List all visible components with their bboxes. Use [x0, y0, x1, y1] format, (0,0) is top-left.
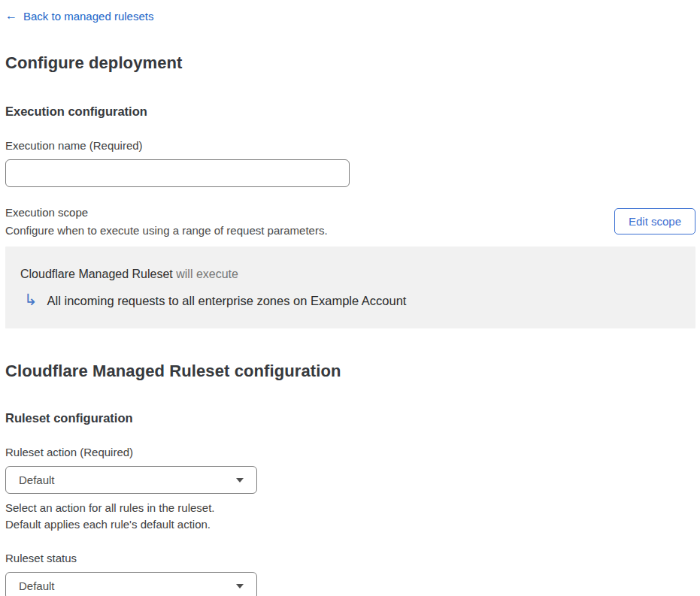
chevron-down-icon	[236, 584, 244, 588]
back-to-managed-rulesets-link[interactable]: ← Back to managed rulesets	[5, 10, 153, 23]
page-title: Configure deployment	[5, 53, 695, 73]
execution-name-label: Execution name (Required)	[5, 139, 695, 152]
execution-scope-description: Configure when to execute using a range …	[5, 224, 328, 237]
execution-scope-text-block: Execution scope Configure when to execut…	[5, 206, 328, 237]
summary-suffix: will execute	[173, 268, 238, 280]
execution-summary-line: Cloudflare Managed Ruleset will execute	[20, 268, 680, 281]
ruleset-configuration-subheading: Ruleset configuration	[5, 411, 695, 425]
back-arrow-icon: ←	[5, 10, 17, 22]
ruleset-status-label: Ruleset status	[5, 552, 695, 564]
execution-summary-scope-line: ↳ All incoming requests to all enterpris…	[20, 292, 680, 310]
ruleset-action-select[interactable]: Default	[5, 466, 257, 494]
ruleset-action-label: Ruleset action (Required)	[5, 446, 695, 458]
edit-scope-button[interactable]: Edit scope	[614, 208, 695, 234]
summary-scope-text: All incoming requests to all enterprise …	[47, 294, 407, 308]
ruleset-configuration-title: Cloudflare Managed Ruleset configuration	[5, 362, 695, 381]
ruleset-status-select[interactable]: Default	[5, 572, 257, 596]
execution-scope-label: Execution scope	[5, 206, 328, 219]
summary-ruleset-name: Cloudflare Managed Ruleset	[20, 268, 173, 280]
ruleset-status-value: Default	[19, 579, 55, 592]
configure-deployment-page: ← Back to managed rulesets Configure dep…	[0, 0, 700, 596]
ruleset-action-value: Default	[19, 473, 55, 486]
chevron-down-icon	[236, 478, 244, 483]
ruleset-action-help-2: Default applies each rule's default acti…	[5, 516, 695, 533]
execution-configuration-heading: Execution configuration	[5, 104, 695, 119]
execution-name-input[interactable]	[5, 159, 350, 187]
execution-summary-panel: Cloudflare Managed Ruleset will execute …	[5, 247, 695, 328]
branch-arrow-icon: ↳	[24, 292, 38, 307]
ruleset-action-help-1: Select an action for all rules in the ru…	[5, 500, 695, 516]
back-link-label: Back to managed rulesets	[23, 10, 153, 23]
execution-scope-row: Execution scope Configure when to execut…	[5, 206, 695, 237]
